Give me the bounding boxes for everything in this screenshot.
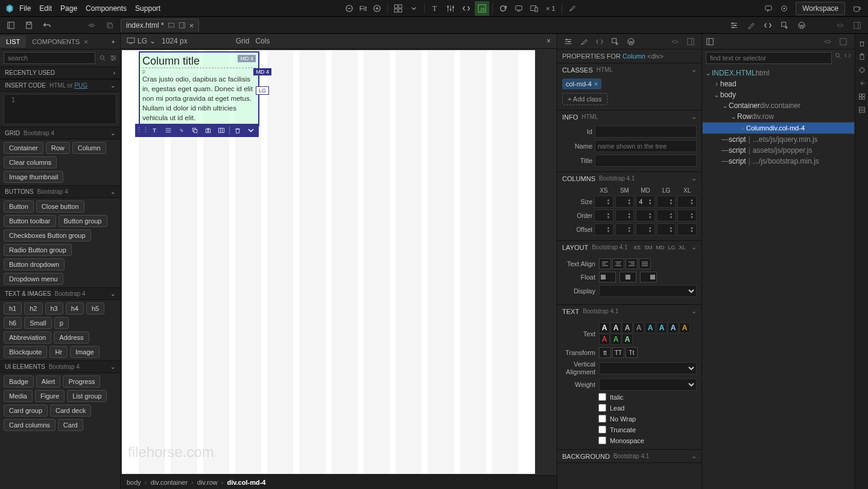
component-chip[interactable]: Row (46, 142, 70, 154)
target-icon[interactable] (777, 1, 791, 16)
align-left-icon[interactable] (599, 258, 611, 269)
undo-icon[interactable] (41, 19, 53, 31)
component-chip[interactable]: p (54, 317, 69, 329)
section-text[interactable]: TEXT & IMAGESBootstrap 4⌄ (0, 287, 120, 300)
style-brush-icon[interactable] (745, 19, 757, 31)
close-canvas-icon[interactable]: × (546, 37, 551, 45)
section-buttons[interactable]: BUTTONSBootstrap 4⌄ (0, 185, 120, 198)
text-tool-icon[interactable]: T (428, 1, 442, 16)
cols-toggle[interactable]: Cols (255, 37, 270, 45)
crumb[interactable]: div.row (197, 479, 218, 486)
component-chip[interactable]: Badge (4, 376, 34, 388)
columns-section[interactable]: COLUMNSBootstrap 4.1⌄ (557, 172, 702, 185)
component-chip[interactable]: Button dropdown (4, 258, 65, 270)
panel-icon[interactable] (839, 37, 851, 46)
tab-components[interactable]: COMPONENTS × (26, 36, 93, 48)
section-recently-used[interactable]: RECENTLY USED› (0, 66, 120, 79)
panel-icon[interactable] (685, 36, 697, 48)
close-icon[interactable]: × (82, 38, 87, 45)
text-section[interactable]: TEXTBootstrap 4.1⌄ (557, 305, 702, 318)
add-tab-icon[interactable]: + (107, 38, 120, 45)
tab-panel-icon[interactable] (179, 22, 186, 29)
tree-column[interactable]: ›Column div.col-md-4 (702, 122, 855, 134)
panel-right-icon[interactable] (851, 19, 863, 31)
code-search-icon[interactable] (844, 52, 851, 64)
back-icon[interactable] (856, 77, 868, 89)
component-chip[interactable]: Card group (4, 404, 48, 417)
component-chip[interactable]: h1 (4, 302, 22, 315)
component-chip[interactable]: h6 (4, 317, 22, 329)
component-chip[interactable]: Clear columns (4, 156, 57, 168)
text-option[interactable]: Truncate (598, 426, 697, 433)
text-option[interactable]: Lead (598, 404, 697, 412)
align-right-icon[interactable] (626, 258, 638, 269)
text-color-swatch[interactable]: A (668, 322, 679, 333)
component-chip[interactable]: Hr (49, 346, 68, 358)
component-chip[interactable]: Container (4, 142, 43, 154)
search-input[interactable] (4, 52, 95, 64)
text-option[interactable]: No Wrap (598, 415, 697, 423)
selected-element[interactable]: MD 4 Column title p Cras justo odio, dap… (139, 51, 259, 126)
text-color-swatch[interactable]: A (622, 322, 633, 333)
component-chip[interactable]: Alert (36, 376, 61, 388)
tree-search-input[interactable] (706, 52, 832, 64)
responsive-icon[interactable] (527, 1, 542, 16)
align-justify-icon[interactable] (639, 258, 651, 269)
add-class-button[interactable]: + Add class (562, 93, 607, 105)
lg-badge[interactable]: LG (256, 86, 269, 95)
page-canvas[interactable]: MD 4 Column title p Cras justo odio, dap… (122, 50, 535, 474)
tree-collapse-icon[interactable] (706, 37, 718, 46)
component-chip[interactable]: h3 (45, 302, 63, 315)
app-logo[interactable] (4, 2, 16, 14)
link-icon[interactable] (175, 124, 188, 137)
crumb-current[interactable]: div.col-md-4 (227, 479, 265, 486)
device-icon[interactable] (512, 1, 526, 16)
more-icon[interactable] (244, 124, 258, 137)
text-color-swatch[interactable]: A (645, 322, 656, 333)
tree-container[interactable]: ⌄Container div.container (702, 100, 855, 111)
panel-toggle-icon[interactable] (5, 19, 17, 31)
target-icon[interactable] (856, 64, 868, 76)
tree-head[interactable]: ›head (702, 78, 855, 89)
clipboard-icon[interactable] (856, 51, 868, 63)
name-input[interactable] (595, 140, 697, 152)
workspace-button[interactable]: Workspace (796, 2, 845, 15)
component-chip[interactable]: Address (54, 331, 89, 344)
file-tab[interactable]: index.html * × (121, 19, 199, 32)
text-color-swatch[interactable]: A (610, 322, 621, 333)
menu-file[interactable]: File (19, 4, 31, 13)
menu-components[interactable]: Components (86, 4, 127, 13)
zoom-in-icon[interactable] (370, 1, 384, 16)
section-insert-code[interactable]: INSERT CODEHTML or PUG⌄ (0, 79, 120, 92)
menu-page[interactable]: Page (60, 4, 77, 13)
component-chip[interactable]: h5 (86, 302, 104, 315)
refresh-icon[interactable] (496, 1, 510, 16)
float-none[interactable] (619, 272, 636, 283)
text-color-swatch[interactable]: A (656, 322, 667, 333)
text-color-swatch[interactable]: A (599, 334, 610, 345)
brush-icon[interactable] (578, 36, 590, 48)
crumb[interactable]: body (127, 479, 141, 486)
trash-icon[interactable] (856, 37, 868, 50)
dropdown-icon[interactable] (407, 1, 421, 16)
actions-icon[interactable] (162, 124, 175, 137)
code-icon[interactable] (459, 1, 474, 16)
js-icon[interactable]: JS (475, 1, 489, 16)
class-chip[interactable]: col-md-4× (562, 78, 601, 89)
valign-select[interactable] (599, 362, 697, 374)
transform-upper[interactable]: TT (612, 347, 624, 358)
duplicate-icon[interactable] (188, 124, 201, 137)
cup-icon[interactable] (849, 1, 864, 16)
add-panel-icon[interactable] (609, 36, 621, 48)
text-color-swatch[interactable]: A (633, 322, 644, 333)
brush-icon[interactable] (565, 1, 580, 16)
text-color-swatch[interactable]: A (622, 334, 633, 345)
tab-close-icon[interactable]: × (189, 21, 194, 30)
layers-icon[interactable] (104, 19, 116, 31)
tab-preview-icon[interactable] (168, 22, 175, 29)
text-color-swatch[interactable]: A (679, 322, 690, 333)
search-icon[interactable] (834, 52, 841, 64)
grid-icon[interactable] (856, 91, 868, 103)
component-chip[interactable]: Radio Button group (4, 244, 72, 256)
eye-icon[interactable] (669, 36, 681, 48)
